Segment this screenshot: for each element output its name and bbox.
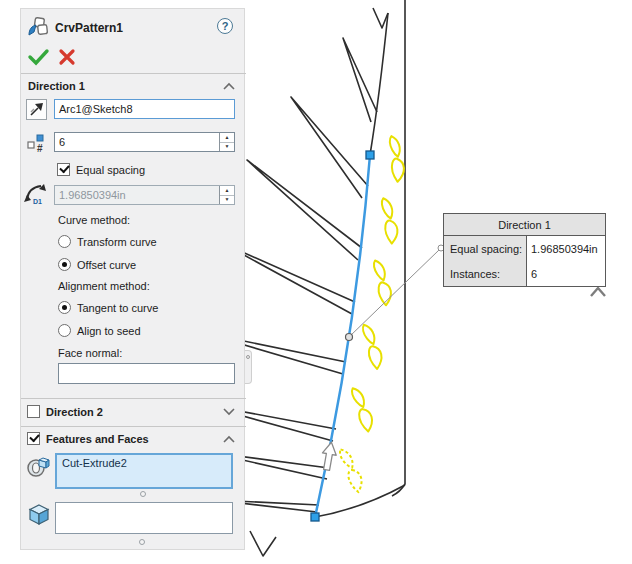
pattern-instance-preview	[362, 323, 384, 371]
listbox-resize-handle[interactable]	[139, 539, 145, 545]
transform-curve-radio[interactable]	[58, 235, 71, 248]
stepper-up-icon[interactable]: ▲	[220, 133, 234, 143]
offset-curve-label: Offset curve	[77, 259, 136, 271]
instance-count-icon: #	[25, 131, 49, 155]
instance-count-stepper[interactable]: ▲ ▼	[219, 133, 234, 151]
spacing-field[interactable]: 1.96850394in ▲ ▼	[54, 185, 235, 205]
divider	[21, 426, 246, 427]
panel-title: CrvPattern1	[55, 21, 123, 35]
curve-endpoint-handle-bottom[interactable]	[311, 513, 319, 521]
cancel-button[interactable]	[57, 47, 77, 67]
property-manager-panel: CrvPattern1 ? Direction 1 Arc1@Sketch8 #	[20, 8, 245, 550]
curve-endpoint-handle-top[interactable]	[366, 151, 374, 159]
section-header-direction1[interactable]: Direction 1	[28, 80, 85, 92]
panel-slide-handle[interactable]	[245, 350, 252, 384]
pattern-instance-preview	[381, 197, 399, 244]
ok-button[interactable]	[27, 47, 51, 67]
help-button[interactable]: ?	[217, 18, 233, 34]
model-bottom-edge	[315, 485, 405, 517]
direction1-callout: Direction 1 Equal spacing: 1.96850394in …	[443, 213, 606, 287]
divider	[21, 73, 246, 74]
callout-spacing-value[interactable]: 1.96850394in	[526, 236, 605, 261]
transform-curve-label: Transform curve	[77, 236, 157, 248]
faces-to-pattern-icon	[27, 503, 51, 527]
pattern-instance-preview	[351, 385, 375, 433]
spacing-icon: D1	[23, 183, 49, 207]
transform-curve-radio-row[interactable]: Transform curve	[58, 235, 157, 248]
curve-method-label: Curve method:	[58, 214, 130, 226]
callout-leader	[349, 245, 444, 337]
features-list-box[interactable]: Cut-Extrude2	[55, 453, 233, 489]
spike-top-v	[373, 8, 388, 28]
spike-3	[247, 160, 362, 260]
tangent-radio-row[interactable]: Tangent to curve	[58, 301, 158, 314]
equal-spacing-checkbox[interactable]	[57, 163, 70, 176]
curve-pattern-feature-icon	[26, 15, 50, 39]
callout-row-label: Equal spacing:	[444, 236, 526, 261]
callout-title: Direction 1	[444, 214, 605, 236]
chevron-up-icon[interactable]	[223, 435, 235, 443]
offset-curve-radio[interactable]	[58, 258, 71, 271]
direction2-label: Direction 2	[46, 406, 103, 418]
collapse-chevron-icon[interactable]	[591, 288, 605, 296]
listbox-resize-handle[interactable]	[140, 491, 146, 497]
features-list-item[interactable]: Cut-Extrude2	[62, 457, 127, 469]
features-to-pattern-icon	[25, 455, 51, 481]
align-to-seed-radio[interactable]	[58, 324, 71, 337]
alignment-method-label: Alignment method:	[58, 280, 150, 292]
faces-list-box[interactable]	[55, 502, 233, 534]
section-header-features-faces[interactable]: Features and Faces	[27, 432, 149, 445]
face-normal-label: Face normal:	[58, 347, 122, 359]
curve-midpoint-handle[interactable]	[346, 334, 353, 341]
spacing-value: 1.96850394in	[59, 189, 126, 201]
callout-instances-value[interactable]: 6	[526, 261, 605, 286]
offset-curve-radio-row[interactable]: Offset curve	[58, 258, 136, 271]
stepper-down-icon[interactable]: ▼	[220, 196, 234, 205]
instance-count-field[interactable]: 6 ▲ ▼	[54, 132, 235, 152]
handle-dot-icon	[246, 355, 250, 359]
pattern-curve-input[interactable]: Arc1@Sketch8	[54, 99, 235, 119]
spacing-stepper[interactable]: ▲ ▼	[219, 186, 234, 204]
svg-text:#: #	[37, 143, 43, 154]
callout-row-label: Instances:	[444, 261, 526, 286]
align-to-seed-label: Align to seed	[77, 325, 141, 337]
chevron-down-icon[interactable]	[223, 408, 235, 416]
svg-text:D1: D1	[33, 198, 42, 205]
stepper-up-icon[interactable]: ▲	[220, 186, 234, 196]
features-faces-label: Features and Faces	[46, 433, 149, 445]
face-normal-input[interactable]	[58, 363, 235, 384]
instance-count-value: 6	[59, 136, 65, 148]
reverse-direction-button[interactable]	[26, 99, 47, 120]
direction2-checkbox[interactable]	[27, 405, 40, 418]
pattern-instance-preview	[389, 135, 404, 182]
spike-bottom-left	[250, 531, 276, 556]
divider	[21, 398, 246, 399]
spike-2	[291, 97, 368, 198]
spike-1	[343, 38, 377, 122]
equal-spacing-checkbox-row[interactable]: Equal spacing	[57, 163, 145, 176]
pattern-instance-preview	[373, 259, 393, 306]
stepper-down-icon[interactable]: ▼	[220, 143, 234, 152]
features-faces-checkbox[interactable]	[27, 432, 40, 445]
chevron-up-icon[interactable]	[223, 82, 235, 90]
tangent-to-curve-label: Tangent to curve	[77, 302, 158, 314]
model-upper-edge	[370, 13, 388, 155]
equal-spacing-label: Equal spacing	[76, 164, 145, 176]
section-header-direction2[interactable]: Direction 2	[27, 405, 103, 418]
align-seed-radio-row[interactable]: Align to seed	[58, 324, 141, 337]
pattern-seed-preview	[339, 446, 366, 493]
solidworks-window: CrvPattern1 ? Direction 1 Arc1@Sketch8 #	[0, 0, 632, 564]
model-trunk-edge	[392, 0, 405, 496]
tangent-to-curve-radio[interactable]	[58, 301, 71, 314]
